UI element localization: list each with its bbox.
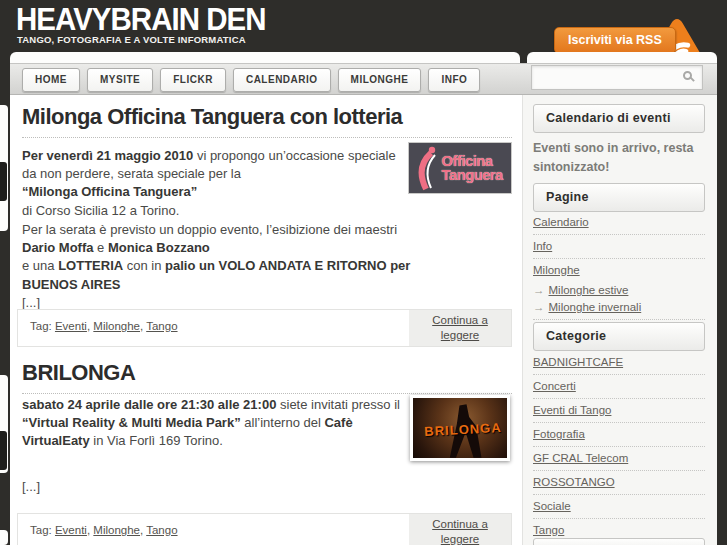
sidebar-category-sociale[interactable]: Sociale	[533, 495, 705, 519]
tag-link-milonghe[interactable]: Milonghe	[93, 524, 140, 536]
sidebar-subpage-milonghe-estive-row: →Milonghe estive	[533, 282, 705, 299]
share-widget-button-partial[interactable]	[0, 431, 7, 470]
post2-tag-bar: Tag: Eventi, Milonghe, Tango Continua a …	[17, 513, 512, 545]
tag-label: Tag:	[30, 320, 52, 332]
officina-logo-text: Officina Tanguera	[442, 154, 503, 183]
sidebar-category-gf-cral-telecom[interactable]: GF CRAL Telecom	[533, 447, 705, 471]
sidebar-subpage-milonghe-invernali-row: →Milonghe invernali	[533, 299, 705, 320]
post1-p2-lottery-mid: con in	[123, 258, 165, 273]
content-top-strip	[10, 52, 520, 63]
sidebar-page-calendario[interactable]: Calendario	[533, 211, 705, 235]
post1-read-more-box: Continua a leggere	[409, 310, 511, 346]
post2-paragraph-1: sabato 24 aprile dalle ore 21:30 alle 21…	[22, 396, 408, 451]
sidebar-header-calendario-eventi: Calendario di eventi	[533, 104, 705, 133]
post1-p1-milonga-name: “Milonga Officina Tanguera”	[22, 184, 197, 199]
post1-p2-line1: Per la serata è previsto un doppio event…	[22, 222, 397, 237]
tag-link-tango[interactable]: Tango	[146, 524, 177, 536]
search-icon[interactable]	[683, 71, 692, 80]
nav-item-milonghe[interactable]: MILONGHE	[338, 68, 422, 92]
post1-p2-and: e	[94, 240, 108, 255]
tag-link-eventi[interactable]: Eventi	[55, 320, 87, 332]
sidebar-subpage-milonghe-estive[interactable]: Milonghe estive	[549, 284, 629, 296]
post2-read-more-link[interactable]: Continua a leggere	[424, 517, 496, 545]
post1-paragraph-2: Per la serata è previsto un doppio event…	[22, 221, 454, 312]
post1-paragraph-1: Per venerdì 21 maggio 2010 vi propongo u…	[22, 147, 404, 220]
sidebar-page-info[interactable]: Info	[533, 235, 705, 259]
sidebar-header-partial	[533, 538, 705, 545]
officina-tanguera-image[interactable]: Officina Tanguera	[408, 142, 512, 194]
post1-ellipsis: [...]	[22, 295, 40, 310]
tag-separator: ,	[87, 524, 90, 536]
post2-p1-venue: “Virtual Reality & Multi Media Park”	[22, 415, 241, 430]
tag-separator: ,	[87, 320, 90, 332]
rss-subscribe-button[interactable]: Iscriviti via RSS	[554, 27, 676, 54]
sidebar-category-eventi-di-tango[interactable]: Eventi di Tango	[533, 399, 705, 423]
post1-tags: Tag: Eventi, Milonghe, Tango	[30, 320, 178, 332]
post1-p2-lottery: LOTTERIA	[58, 258, 123, 273]
nav-buttons-row: HOME MYSITE FLICKR CALENDARIO MILONGHE I…	[22, 68, 480, 92]
sidebar-category-concerti[interactable]: Concerti	[533, 375, 705, 399]
sidebar-category-rossotango[interactable]: ROSSOTANGO	[533, 471, 705, 495]
tag-label: Tag:	[30, 524, 52, 536]
post2-p1-date: sabato 24 aprile dalle ore 21:30 alle 21…	[22, 397, 276, 412]
post-title-milonga-officina[interactable]: Milonga Officina Tanguera con lotteria	[22, 104, 512, 138]
sidebar-category-badnightcafe[interactable]: BADNIGHTCAFE	[533, 351, 705, 375]
post-title-brilonga[interactable]: BRILONGA	[22, 360, 512, 394]
arrow-icon: →	[533, 301, 545, 313]
post2-p1-t2: all’interno del	[241, 415, 325, 430]
sidebar-calendar-note: Eventi sono in arrivo, resta sintonizzat…	[533, 139, 709, 177]
brilonga-image-text: BRILONGA	[416, 420, 510, 440]
sidebar-subpage-milonghe-invernali[interactable]: Milonghe invernali	[549, 301, 642, 313]
post1-read-more-link[interactable]: Continua a leggere	[424, 313, 496, 343]
share-widget-partial[interactable]	[0, 530, 8, 545]
site-title[interactable]: HEAVYBRAIN DEN	[16, 2, 266, 38]
post1-tag-bar: Tag: Eventi, Milonghe, Tango Continua a …	[17, 309, 512, 347]
sidebar-header-categorie: Categorie	[533, 322, 705, 351]
officina-figure-icon	[413, 145, 441, 191]
post1-p1-address: di Corso Sicilia 12 a Torino.	[22, 203, 179, 218]
nav-item-info[interactable]: INFO	[428, 68, 480, 92]
nav-item-flickr[interactable]: FLICKR	[160, 68, 226, 92]
post1-p1-date: Per venerdì 21 maggio 2010	[22, 148, 193, 163]
sidebar-pages-list: Calendario Info Milonghe →Milonghe estiv…	[533, 211, 705, 320]
sidebar-header-pagine: Pagine	[533, 183, 705, 212]
nav-item-mysite[interactable]: MYSITE	[87, 68, 153, 92]
post2-read-more-box: Continua a leggere	[409, 514, 511, 545]
officina-logo-line2: Tanguera	[442, 168, 503, 182]
post1-p2-maestro2: Monica Bozzano	[108, 240, 210, 255]
sidebar-top-strip	[527, 52, 717, 63]
tag-link-tango[interactable]: Tango	[146, 320, 177, 332]
arrow-icon: →	[533, 284, 545, 296]
nav-item-home[interactable]: HOME	[22, 68, 80, 92]
sidebar-categories-list: BADNIGHTCAFE Concerti Eventi di Tango Fo…	[533, 351, 705, 543]
sidebar-page-milonghe[interactable]: Milonghe	[533, 259, 705, 282]
tag-link-eventi[interactable]: Eventi	[55, 524, 87, 536]
post2-p1-t1: siete invitati presso il	[276, 397, 400, 412]
site-tagline: TANGO, FOTOGRAFIA E A VOLTE INFORMATICA	[17, 34, 246, 45]
brilonga-image[interactable]: BRILONGA	[410, 395, 510, 461]
nav-item-calendario[interactable]: CALENDARIO	[233, 68, 331, 92]
search-input[interactable]	[536, 68, 676, 87]
share-widget-button-partial[interactable]	[0, 162, 7, 201]
tag-link-milonghe[interactable]: Milonghe	[93, 320, 140, 332]
main-nav: HOME MYSITE FLICKR CALENDARIO MILONGHE I…	[10, 63, 717, 95]
tag-separator: ,	[140, 524, 143, 536]
sidebar-category-fotografia[interactable]: Fotografia	[533, 423, 705, 447]
search-box	[531, 65, 703, 90]
post2-p1-address: in Via Forlì 169 Torino.	[90, 433, 223, 448]
page-root: HEAVYBRAIN DEN TANGO, FOTOGRAFIA E A VOL…	[0, 0, 727, 545]
post1-p2-maestro1: Dario Moffa	[22, 240, 94, 255]
post2-ellipsis: [...]	[22, 478, 122, 496]
post1-p2-lottery-pre: e una	[22, 258, 58, 273]
post2-tags: Tag: Eventi, Milonghe, Tango	[30, 524, 178, 536]
tag-separator: ,	[140, 320, 143, 332]
